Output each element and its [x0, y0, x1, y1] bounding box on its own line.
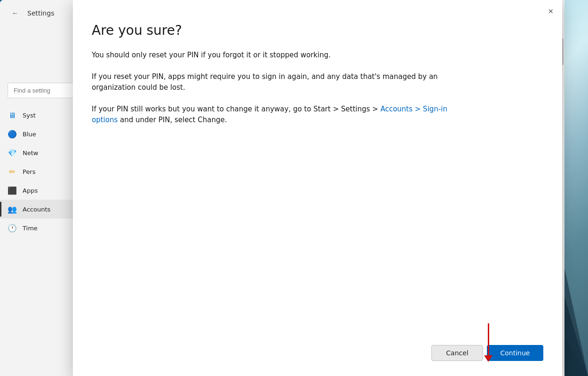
dialog-paragraph-1: You should only reset your PIN if you fo…: [92, 50, 468, 61]
dialog-titlebar: ✕: [73, 0, 562, 19]
dialog-heading: Are you sure?: [92, 23, 543, 39]
system-icon: 🖥: [8, 110, 17, 120]
accounts-link[interactable]: Accounts > Sign-in options: [92, 105, 447, 124]
dialog-box: ✕ Are you sure? You should only reset yo…: [73, 0, 562, 376]
sidebar-item-label: Pers: [23, 168, 36, 175]
sidebar-item-label: Time: [23, 225, 38, 232]
dialog-paragraph-2: If you reset your PIN, apps might requir…: [92, 71, 468, 93]
sidebar-item-label: Netw: [23, 149, 38, 157]
sidebar-item-label: Accounts: [23, 206, 50, 213]
sidebar-item-label: Syst: [23, 112, 36, 119]
red-arrow-indicator: [484, 323, 493, 362]
back-button[interactable]: ←: [8, 6, 23, 21]
cancel-button[interactable]: Cancel: [431, 345, 483, 361]
continue-button[interactable]: Continue: [487, 345, 543, 361]
dialog-content: Are you sure? You should only reset your…: [73, 19, 562, 337]
time-icon: 🕐: [8, 223, 17, 233]
accounts-icon: 👥: [8, 204, 17, 214]
personalization-icon: ✏️: [8, 167, 17, 176]
settings-title: Settings: [27, 9, 54, 17]
dialog-footer: Cancel Continue: [73, 337, 562, 376]
sidebar-item-label: Apps: [23, 187, 38, 194]
arrow-tip: [484, 355, 493, 362]
bluetooth-icon: 🔵: [8, 129, 17, 139]
dialog-paragraph-3: If your PIN still works but you want to …: [92, 104, 468, 125]
network-icon: 💎: [8, 148, 17, 157]
apps-icon: ⬛: [8, 186, 17, 195]
sidebar-item-label: Blue: [23, 131, 36, 138]
arrow-shaft: [488, 323, 489, 355]
dialog-close-button[interactable]: ✕: [543, 4, 558, 19]
